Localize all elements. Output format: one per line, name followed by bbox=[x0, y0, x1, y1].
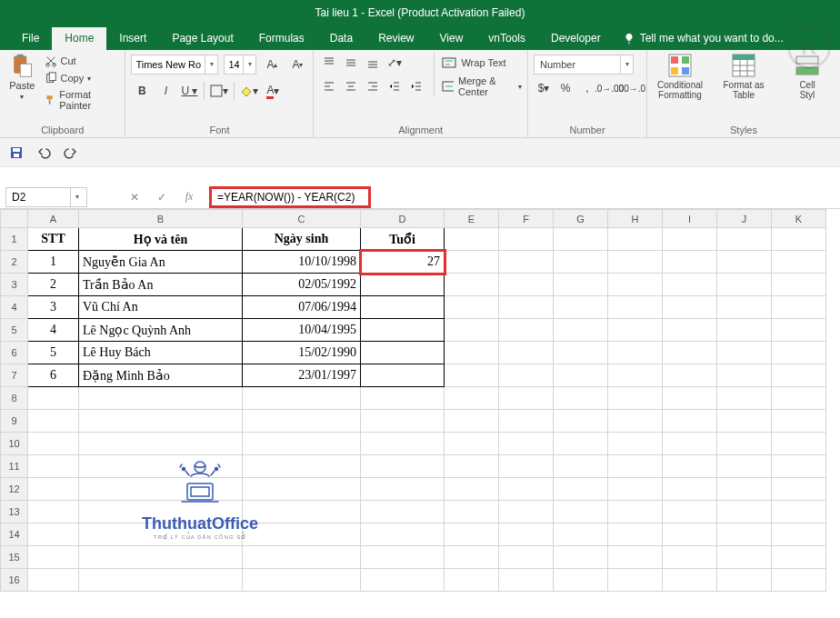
increase-indent-button[interactable] bbox=[406, 76, 426, 96]
cell[interactable] bbox=[445, 342, 499, 364]
cell-C2[interactable]: 10/10/1998 bbox=[243, 251, 361, 274]
redo-icon[interactable] bbox=[64, 145, 78, 160]
cell[interactable] bbox=[772, 387, 826, 410]
cell[interactable] bbox=[499, 569, 554, 592]
cell[interactable] bbox=[772, 319, 826, 342]
tell-me-search[interactable]: Tell me what you want to do... bbox=[614, 27, 793, 50]
cell[interactable] bbox=[554, 342, 608, 364]
cell[interactable] bbox=[717, 569, 772, 592]
cell[interactable] bbox=[445, 228, 499, 251]
cell[interactable] bbox=[499, 523, 554, 546]
cell[interactable] bbox=[772, 274, 826, 296]
border-button[interactable]: ▾ bbox=[208, 80, 230, 102]
cell[interactable] bbox=[554, 387, 608, 410]
formula-input[interactable] bbox=[217, 191, 363, 204]
cell[interactable] bbox=[243, 433, 361, 455]
name-box-input[interactable] bbox=[6, 191, 70, 204]
cell[interactable] bbox=[445, 478, 499, 501]
wrap-text-button[interactable]: Wrap Text bbox=[442, 53, 522, 73]
cell[interactable] bbox=[717, 296, 772, 319]
cell-A2[interactable]: 1 bbox=[28, 251, 79, 274]
cell-B5[interactable]: Lê Ngọc Quỳnh Anh bbox=[79, 319, 243, 342]
cell[interactable] bbox=[79, 569, 243, 592]
cell[interactable] bbox=[608, 296, 663, 319]
cell[interactable] bbox=[717, 501, 772, 523]
cell[interactable] bbox=[608, 433, 663, 455]
cell-D2[interactable]: 27 bbox=[361, 251, 445, 274]
cell[interactable] bbox=[243, 569, 361, 592]
cell[interactable] bbox=[663, 251, 717, 274]
cell[interactable] bbox=[445, 251, 499, 274]
cell[interactable] bbox=[243, 410, 361, 433]
row-header-6[interactable]: 6 bbox=[1, 342, 28, 364]
cell[interactable] bbox=[554, 523, 608, 546]
cell-C5[interactable]: 10/04/1995 bbox=[243, 319, 361, 342]
cell-D3[interactable] bbox=[361, 274, 445, 296]
cell[interactable] bbox=[554, 296, 608, 319]
paste-button[interactable]: Paste ▾ bbox=[5, 53, 39, 111]
row-header-4[interactable]: 4 bbox=[1, 296, 28, 319]
row-header-16[interactable]: 16 bbox=[1, 569, 28, 592]
cell-A3[interactable]: 2 bbox=[28, 274, 79, 296]
cell[interactable] bbox=[772, 296, 826, 319]
enter-formula-button[interactable]: ✓ bbox=[151, 187, 173, 207]
cell[interactable] bbox=[79, 387, 243, 410]
cell[interactable] bbox=[28, 523, 79, 546]
copy-button[interactable]: Copy ▾ bbox=[45, 72, 120, 85]
fill-color-button[interactable]: ▾ bbox=[238, 80, 260, 102]
cell[interactable] bbox=[28, 546, 79, 569]
cell[interactable] bbox=[663, 296, 717, 319]
merge-center-button[interactable]: Merge & Center ▾ bbox=[442, 76, 522, 96]
align-bottom-button[interactable] bbox=[363, 53, 383, 73]
col-header-H[interactable]: H bbox=[608, 210, 663, 228]
cell[interactable] bbox=[663, 387, 717, 410]
cell[interactable] bbox=[772, 228, 826, 251]
increase-font-button[interactable]: A▴ bbox=[262, 55, 282, 75]
col-header-I[interactable]: I bbox=[663, 210, 717, 228]
cell[interactable] bbox=[554, 433, 608, 455]
cell[interactable] bbox=[361, 523, 445, 546]
cell[interactable] bbox=[445, 523, 499, 546]
row-header-11[interactable]: 11 bbox=[1, 455, 28, 478]
cell[interactable] bbox=[499, 251, 554, 274]
number-format-select[interactable]: Number ▾ bbox=[534, 55, 634, 75]
cell-A1[interactable]: STT bbox=[28, 228, 79, 251]
italic-button[interactable]: I bbox=[155, 80, 176, 102]
cell[interactable] bbox=[717, 251, 772, 274]
cell[interactable] bbox=[608, 364, 663, 387]
chevron-down-icon[interactable]: ▾ bbox=[20, 93, 24, 101]
cell[interactable] bbox=[361, 387, 445, 410]
cell[interactable] bbox=[608, 319, 663, 342]
cell[interactable] bbox=[554, 410, 608, 433]
cell[interactable] bbox=[772, 569, 826, 592]
col-header-C[interactable]: C bbox=[243, 210, 361, 228]
cell[interactable] bbox=[663, 319, 717, 342]
cell-A7[interactable]: 6 bbox=[28, 364, 79, 387]
font-name-input[interactable] bbox=[132, 55, 205, 74]
align-left-button[interactable] bbox=[319, 76, 339, 96]
cell[interactable] bbox=[608, 410, 663, 433]
fx-button[interactable]: fx bbox=[178, 187, 200, 207]
chevron-down-icon[interactable]: ▾ bbox=[205, 55, 217, 74]
name-box[interactable]: ▾ bbox=[5, 187, 87, 207]
cell[interactable] bbox=[445, 274, 499, 296]
cell[interactable] bbox=[554, 569, 608, 592]
chevron-down-icon[interactable]: ▾ bbox=[70, 188, 83, 206]
orientation-button[interactable]: ⤢▾ bbox=[385, 53, 405, 73]
col-header-E[interactable]: E bbox=[445, 210, 499, 228]
cell[interactable] bbox=[717, 546, 772, 569]
cell[interactable] bbox=[554, 478, 608, 501]
tab-insert[interactable]: Insert bbox=[106, 27, 159, 50]
cell[interactable] bbox=[499, 546, 554, 569]
cell[interactable] bbox=[663, 228, 717, 251]
cell[interactable] bbox=[445, 569, 499, 592]
format-painter-button[interactable]: Format Painter bbox=[45, 89, 120, 111]
cell[interactable] bbox=[361, 546, 445, 569]
col-header-J[interactable]: J bbox=[717, 210, 772, 228]
tab-view[interactable]: View bbox=[427, 27, 476, 50]
cell[interactable] bbox=[663, 523, 717, 546]
cell-C4[interactable]: 07/06/1994 bbox=[243, 296, 361, 319]
cell[interactable] bbox=[361, 478, 445, 501]
accounting-format-button[interactable]: $▾ bbox=[534, 78, 554, 98]
cell[interactable] bbox=[663, 364, 717, 387]
